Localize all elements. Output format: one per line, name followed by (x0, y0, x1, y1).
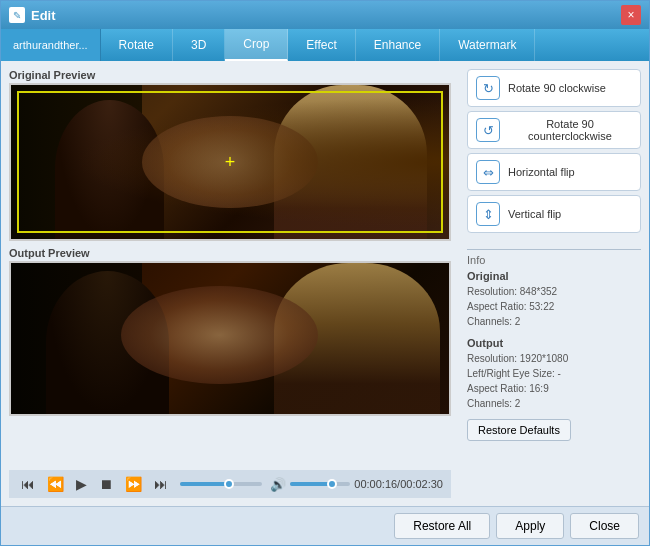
tab-bar: arthurandther... Rotate 3D Crop Effect E… (1, 29, 649, 61)
info-title: Info (467, 254, 641, 266)
tab-effect[interactable]: Effect (288, 29, 355, 61)
rotate-cw-button[interactable]: ↻ Rotate 90 clockwise (467, 69, 641, 107)
vertical-flip-button[interactable]: ⇕ Vertical flip (467, 195, 641, 233)
volume-thumb (327, 479, 337, 489)
tab-enhance[interactable]: Enhance (356, 29, 440, 61)
restore-defaults-button[interactable]: Restore Defaults (467, 419, 571, 441)
output-info-group: Output Resolution: 1920*1080 Left/Right … (467, 337, 641, 411)
skip-forward-button[interactable]: ⏭ (150, 474, 172, 494)
original-aspect-ratio: Aspect Ratio: 53:22 (467, 299, 641, 314)
main-content: Original Preview + (1, 61, 649, 506)
tabs-container: Rotate 3D Crop Effect Enhance Watermark (101, 29, 649, 61)
controls-bar: ⏮ ⏪ ▶ ⏹ ⏩ ⏭ 🔊 00:00:16/00:02:30 (9, 470, 451, 498)
step-back-button[interactable]: ⏪ (43, 474, 68, 494)
preview-section: Original Preview + (9, 69, 451, 470)
output-video-container (9, 261, 451, 416)
close-window-button[interactable]: × (621, 5, 641, 25)
time-display: 00:00:16/00:02:30 (354, 478, 443, 490)
output-channels: Channels: 2 (467, 396, 641, 411)
app-icon: ✎ (9, 7, 25, 23)
tab-watermark[interactable]: Watermark (440, 29, 535, 61)
skip-back-button[interactable]: ⏮ (17, 474, 39, 494)
original-preview-label: Original Preview (9, 69, 451, 81)
original-info-label: Original (467, 270, 641, 282)
bottom-bar: Restore All Apply Close (1, 506, 649, 545)
info-divider (467, 249, 641, 250)
stop-button[interactable]: ⏹ (95, 474, 117, 494)
rotate-ccw-icon: ↺ (476, 118, 500, 142)
left-panel: Original Preview + (1, 61, 459, 506)
volume-fill (290, 482, 332, 486)
apply-button[interactable]: Apply (496, 513, 564, 539)
output-preview-section: Output Preview (9, 247, 451, 416)
original-info-group: Original Resolution: 848*352 Aspect Rati… (467, 270, 641, 329)
window-title: Edit (31, 8, 621, 23)
restore-all-button[interactable]: Restore All (394, 513, 490, 539)
tab-rotate[interactable]: Rotate (101, 29, 173, 61)
play-button[interactable]: ▶ (72, 474, 91, 494)
volume-bar[interactable] (290, 482, 350, 486)
output-left-right: Left/Right Eye Size: - (467, 366, 641, 381)
vertical-flip-icon: ⇕ (476, 202, 500, 226)
progress-bar[interactable] (180, 482, 262, 486)
horizontal-flip-icon: ⇔ (476, 160, 500, 184)
rotate-cw-icon: ↻ (476, 76, 500, 100)
horizontal-flip-button[interactable]: ⇔ Horizontal flip (467, 153, 641, 191)
tab-crop[interactable]: Crop (225, 29, 288, 61)
original-channels: Channels: 2 (467, 314, 641, 329)
step-forward-button[interactable]: ⏩ (121, 474, 146, 494)
output-resolution: Resolution: 1920*1080 (467, 351, 641, 366)
title-bar: ✎ Edit × (1, 1, 649, 29)
rotate-ccw-button[interactable]: ↺ Rotate 90 counterclockwise (467, 111, 641, 149)
crosshair: + (225, 153, 236, 171)
edit-window: ✎ Edit × arthurandther... Rotate 3D Crop… (0, 0, 650, 546)
output-preview-label: Output Preview (9, 247, 451, 259)
progress-thumb (224, 479, 234, 489)
original-resolution: Resolution: 848*352 (467, 284, 641, 299)
info-section: Info Original Resolution: 848*352 Aspect… (467, 245, 641, 498)
file-tab-label: arthurandther... (13, 39, 88, 51)
volume-icon: 🔊 (270, 477, 286, 492)
file-tab[interactable]: arthurandther... (1, 29, 101, 61)
output-video-scene (11, 263, 449, 414)
original-preview-section: Original Preview + (9, 69, 451, 241)
tab-3d[interactable]: 3D (173, 29, 225, 61)
progress-fill (180, 482, 229, 486)
close-button[interactable]: Close (570, 513, 639, 539)
right-panel: ↻ Rotate 90 clockwise ↺ Rotate 90 counte… (459, 61, 649, 506)
output-info-label: Output (467, 337, 641, 349)
original-video-container: + (9, 83, 451, 241)
output-aspect-ratio: Aspect Ratio: 16:9 (467, 381, 641, 396)
